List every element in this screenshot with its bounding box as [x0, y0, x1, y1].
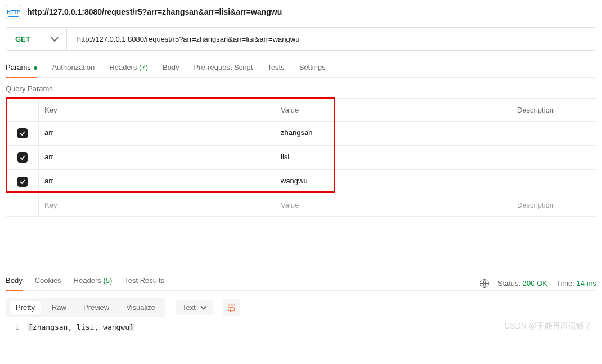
cell-value-placeholder[interactable]: Value — [275, 194, 511, 216]
cell-key[interactable]: arr — [39, 122, 275, 145]
cell-key[interactable]: arr — [39, 146, 275, 169]
request-tabs: Params Authorization Headers (7) Body Pr… — [6, 63, 596, 78]
content-type-select[interactable]: Text — [176, 300, 213, 315]
tab-params[interactable]: Params — [6, 63, 37, 77]
cell-desc[interactable] — [511, 170, 596, 194]
resp-tab-headers[interactable]: Headers (5) — [74, 276, 113, 290]
view-mode-select: Pretty Raw Preview Visualize — [6, 298, 165, 317]
col-key: Key — [39, 99, 275, 121]
cell-key[interactable]: arr — [39, 170, 275, 194]
cell-desc[interactable] — [511, 146, 596, 169]
cell-desc[interactable] — [511, 122, 596, 145]
resp-tab-body[interactable]: Body — [6, 276, 23, 290]
tab-settings[interactable]: Settings — [299, 63, 326, 77]
chevron-down-icon — [51, 34, 59, 42]
http-icon: HTTP — [6, 5, 21, 19]
params-table: Key Value Description arr zhangsan arr l… — [6, 98, 596, 217]
response-body[interactable]: 1 [[zhangsan, lisi, wangwu]zhangsan, lis… — [6, 317, 596, 337]
checkbox[interactable] — [17, 128, 28, 138]
col-description: Description — [511, 99, 596, 121]
checkbox[interactable] — [17, 177, 28, 187]
cell-value[interactable]: zhangsan — [275, 122, 511, 145]
view-raw[interactable]: Raw — [46, 301, 72, 314]
tab-body[interactable]: Body — [163, 63, 179, 77]
view-pretty[interactable]: Pretty — [10, 301, 41, 314]
checkbox[interactable] — [17, 152, 28, 163]
resp-tab-testresults[interactable]: Test Results — [124, 276, 164, 290]
col-value: Value — [275, 99, 511, 121]
request-bar: GET — [6, 27, 596, 51]
view-visualize[interactable]: Visualize — [120, 301, 161, 314]
view-preview[interactable]: Preview — [78, 301, 115, 314]
table-row[interactable]: arr lisi — [6, 146, 596, 170]
cell-value[interactable]: lisi — [275, 146, 511, 169]
table-row[interactable]: arr wangwu — [6, 170, 596, 194]
globe-icon[interactable] — [480, 279, 489, 288]
tab-authorization[interactable]: Authorization — [52, 63, 95, 77]
time-label: Time: 14 ms — [556, 279, 596, 287]
line-number: 1 — [9, 323, 19, 331]
method-label: GET — [15, 35, 30, 43]
url-input[interactable] — [67, 28, 596, 50]
status-label: Status: 200 OK — [498, 279, 547, 287]
table-row[interactable]: Key Value Description — [6, 194, 596, 216]
cell-key-placeholder[interactable]: Key — [39, 194, 275, 216]
tab-title: http://127.0.0.1:8080/request/r5?arr=zha… — [27, 7, 282, 16]
wrap-lines-button[interactable] — [223, 299, 240, 316]
query-params-title: Query Params — [6, 84, 596, 93]
tab-headers[interactable]: Headers (7) — [109, 63, 148, 77]
cell-value[interactable]: wangwu — [275, 170, 511, 194]
dot-indicator-icon — [34, 66, 37, 70]
tab-tests[interactable]: Tests — [267, 63, 284, 77]
chevron-down-icon — [200, 303, 206, 309]
resp-tab-cookies[interactable]: Cookies — [35, 276, 61, 290]
tab-prerequest[interactable]: Pre-request Script — [194, 63, 253, 77]
method-select[interactable]: GET — [6, 28, 67, 50]
table-row[interactable]: arr zhangsan — [6, 122, 596, 146]
cell-desc-placeholder[interactable]: Description — [511, 194, 596, 216]
